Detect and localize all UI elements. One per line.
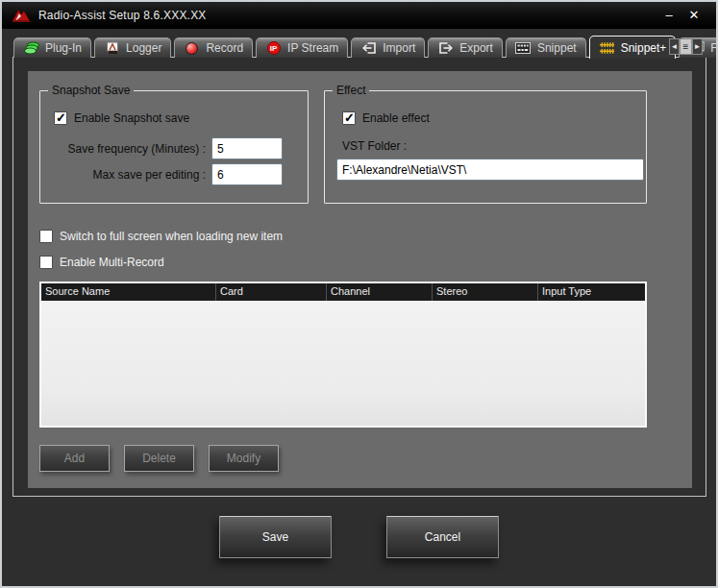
tab-label: Snippet+	[621, 41, 667, 55]
snippet-icon	[515, 41, 532, 56]
window-title: Radio-Assist Setup 8.6.XXX.XX	[38, 9, 207, 22]
save-button[interactable]: Save	[219, 516, 332, 558]
enable-snapshot-label: Enable Snapshot save	[74, 111, 189, 125]
tab-snippet-plus[interactable]: Snippet+	[589, 36, 677, 59]
app-window: Radio-Assist Setup 8.6.XXX.XX – ✕ Plug-I…	[0, 0, 718, 588]
sources-table-header: Source Name Card Channel Stereo Input Ty…	[41, 283, 645, 301]
group-title: Effect	[333, 84, 369, 97]
record-icon	[184, 41, 200, 56]
delete-button[interactable]: Delete	[124, 445, 194, 472]
enable-effect-label: Enable effect	[362, 111, 430, 125]
vst-folder-input[interactable]: F:\Alexandre\Netia\VST\	[336, 159, 644, 181]
multi-record-checkbox[interactable]	[39, 256, 53, 269]
tab-label: Snippet	[537, 41, 577, 55]
column-header-stereo[interactable]: Stereo	[433, 283, 538, 301]
snippet-plus-page: Snapshot Save Enable Snapshot save Save …	[12, 57, 706, 497]
column-header-channel[interactable]: Channel	[327, 283, 433, 301]
max-save-input[interactable]: 6	[211, 163, 283, 185]
tab-scroll-right-icon[interactable]: ►	[692, 38, 703, 55]
tab-import[interactable]: Import	[351, 37, 425, 58]
modify-button[interactable]: Modify	[209, 445, 279, 472]
fullscreen-checkbox[interactable]	[39, 230, 53, 243]
group-title: Snapshot Save	[48, 84, 134, 97]
tab-record[interactable]: Record	[174, 37, 253, 58]
max-save-label: Max save per editing :	[48, 168, 206, 182]
snapshot-save-group: Snapshot Save Enable Snapshot save Save …	[39, 90, 309, 204]
minimize-button[interactable]: –	[656, 3, 681, 28]
effect-group: Effect Enable effect VST Folder : F:\Ale…	[324, 90, 647, 204]
tab-scroll-controls: ◄ ≡ ►	[669, 38, 703, 55]
export-icon	[437, 41, 454, 56]
save-frequency-input[interactable]: 5	[211, 137, 283, 159]
tab-snippet[interactable]: Snippet	[506, 37, 586, 58]
cancel-button[interactable]: Cancel	[386, 516, 499, 558]
enable-snapshot-checkbox-row: Enable Snapshot save	[54, 111, 189, 125]
tab-label: IP Stream	[287, 41, 338, 55]
column-header-input-type[interactable]: Input Type	[538, 283, 645, 301]
tab-plug-in[interactable]: Plug-In	[13, 37, 91, 58]
multi-record-checkbox-row: Enable Multi-Record	[39, 256, 164, 269]
ip-stream-icon: IP	[265, 41, 282, 56]
tab-ip-stream[interactable]: IP IP Stream	[256, 37, 348, 58]
title-bar: Radio-Assist Setup 8.6.XXX.XX – ✕	[2, 2, 716, 29]
tab-export[interactable]: Export	[428, 37, 503, 58]
tab-label: Record	[206, 41, 243, 55]
tab-scroll-left-icon[interactable]: ◄	[669, 38, 680, 55]
fullscreen-label: Switch to full screen when loading new i…	[60, 230, 283, 243]
close-button[interactable]: ✕	[681, 3, 706, 28]
vst-folder-label: VST Folder :	[342, 139, 407, 153]
tab-label: Plug-In	[45, 41, 82, 55]
plugin-icon	[23, 41, 39, 56]
settings-panel: Snapshot Save Enable Snapshot save Save …	[28, 71, 692, 488]
app-logo-icon	[12, 8, 31, 23]
sources-table-body[interactable]	[41, 301, 645, 426]
fullscreen-checkbox-row: Switch to full screen when loading new i…	[39, 230, 283, 243]
save-frequency-label: Save frequency (Minutes) :	[48, 142, 206, 156]
tab-strip: Plug-In Logger Record IP IP Stream	[13, 36, 718, 58]
sources-table: Source Name Card Channel Stereo Input Ty…	[39, 282, 647, 428]
tab-label: Logger	[126, 41, 161, 55]
column-header-source-name[interactable]: Source Name	[41, 283, 216, 301]
enable-snapshot-checkbox[interactable]	[54, 111, 67, 125]
enable-effect-checkbox-row: Enable effect	[342, 111, 430, 125]
tab-menu-icon[interactable]: ≡	[680, 38, 692, 55]
add-button[interactable]: Add	[39, 445, 110, 472]
tab-label: Import	[383, 41, 415, 55]
enable-effect-checkbox[interactable]	[342, 111, 356, 125]
column-header-card[interactable]: Card	[216, 283, 327, 301]
multi-record-label: Enable Multi-Record	[60, 256, 164, 269]
tab-logger[interactable]: Logger	[94, 37, 171, 58]
tab-label: Federall	[710, 41, 718, 55]
tab-label: Export	[459, 41, 493, 55]
import-icon	[360, 41, 377, 56]
logger-icon	[104, 41, 120, 56]
snippet-plus-icon	[599, 40, 615, 55]
